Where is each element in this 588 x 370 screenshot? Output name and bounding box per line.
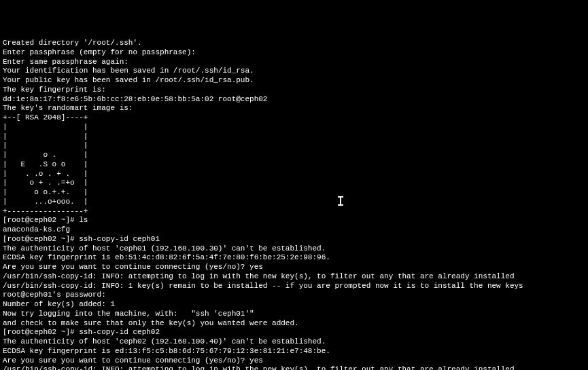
- terminal-line: | |: [3, 141, 585, 151]
- terminal-line: +--[ RSA 2048]----+: [3, 113, 585, 123]
- terminal-line: Now try logging into the machine, with: …: [3, 310, 585, 319]
- terminal-line: ECDSA key fingerprint is ed:13:f5:c5:b8:…: [3, 347, 585, 356]
- terminal-line: [root@ceph02 ~]# ssh-copy-id ceph02: [3, 328, 585, 337]
- terminal-line: Enter passphrase (empty for no passphras…: [3, 48, 585, 58]
- terminal-line: anaconda-ks.cfg: [3, 225, 585, 235]
- terminal-line: | |: [3, 132, 585, 142]
- terminal-line: and check to make sure that only the key…: [3, 319, 585, 329]
- terminal-line: ECDSA key fingerprint is eb:51:4c:d8:82:…: [3, 253, 585, 263]
- terminal-line: /usr/bin/ssh-copy-id: INFO: attempting t…: [3, 365, 585, 370]
- terminal-line: | o + . .=+o |: [3, 179, 585, 188]
- terminal-line: The key fingerprint is:: [3, 86, 585, 95]
- terminal-line: Are you sure you want to continue connec…: [3, 356, 585, 366]
- terminal-line: Enter same passphrase again:: [3, 58, 585, 67]
- terminal-line: Number of key(s) added: 1: [3, 300, 585, 310]
- terminal-line: +-----------------+: [3, 207, 585, 217]
- terminal-line: | . .o . + . |: [3, 170, 585, 179]
- terminal-line: | |: [3, 123, 585, 132]
- terminal-line: [root@ceph02 ~]# ssh-copy-id ceph01: [3, 235, 585, 244]
- terminal-line: Are you sure you want to continue connec…: [3, 263, 585, 272]
- terminal-line: The key's randomart image is:: [3, 104, 585, 113]
- terminal-line: dd:1e:8a:17:f8:e6:5b:6b:cc:28:eb:0e:58:b…: [3, 95, 585, 105]
- terminal-line: | ...o+ooo. |: [3, 198, 585, 207]
- terminal-line: [root@ceph02 ~]# ls: [3, 216, 585, 225]
- terminal-line: Your public key has been saved in /root/…: [3, 76, 585, 86]
- terminal-line: Your identification has been saved in /r…: [3, 67, 585, 76]
- terminal-line: The authenticity of host 'ceph02 (192.16…: [3, 337, 585, 347]
- terminal-line: | o o.+.+. |: [3, 188, 585, 198]
- terminal-line: root@ceph01's password:: [3, 291, 585, 300]
- terminal-line: | o . |: [3, 151, 585, 160]
- terminal-line: Created directory '/root/.ssh'.: [3, 39, 585, 48]
- terminal-line: /usr/bin/ssh-copy-id: INFO: 1 key(s) rem…: [3, 282, 585, 291]
- terminal-line: | E .S o o |: [3, 160, 585, 170]
- terminal[interactable]: Created directory '/root/.ssh'.Enter pas…: [3, 39, 585, 370]
- terminal-line: /usr/bin/ssh-copy-id: INFO: attempting t…: [3, 272, 585, 282]
- terminal-line: The authenticity of host 'ceph01 (192.16…: [3, 244, 585, 254]
